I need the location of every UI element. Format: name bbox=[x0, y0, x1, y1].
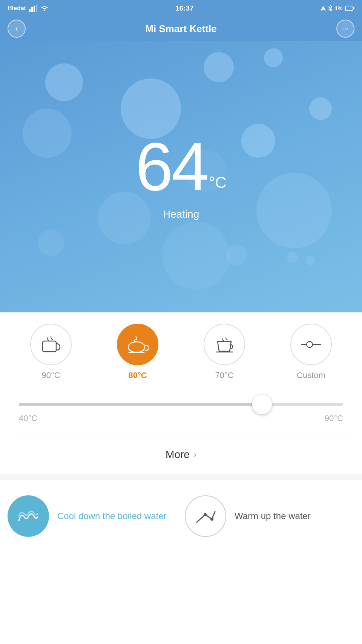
preset-70c-label: 70°C bbox=[215, 370, 233, 380]
app-header: ‹ Mi Smart Kettle ··· bbox=[0, 17, 362, 41]
quick-actions: Cool down the boiled water Warm up the w… bbox=[0, 480, 362, 552]
cool-down-icon bbox=[8, 495, 49, 537]
back-button[interactable]: ‹ bbox=[8, 20, 26, 38]
wifi-icon bbox=[40, 5, 49, 11]
more-options-button[interactable]: ··· bbox=[336, 20, 354, 38]
temperature-unit: °C bbox=[209, 174, 227, 191]
svg-rect-0 bbox=[29, 9, 31, 12]
bubble-decoration bbox=[241, 124, 275, 158]
bubble-decoration bbox=[226, 244, 247, 265]
svg-point-4 bbox=[44, 10, 45, 11]
preset-custom[interactable]: Custom bbox=[268, 324, 354, 380]
cool-down-label: Cool down the boiled water bbox=[57, 510, 167, 523]
cup-small-icon bbox=[215, 336, 233, 353]
chevron-right-icon: › bbox=[193, 449, 196, 460]
svg-point-17 bbox=[210, 518, 213, 521]
slider-labels: 40°C 90°C bbox=[19, 413, 343, 423]
carrier-label: Hledat bbox=[8, 5, 26, 12]
presets-row: 90°C 80°C bbox=[0, 312, 362, 388]
ellipsis-icon: ··· bbox=[342, 24, 349, 34]
slider-min-label: 40°C bbox=[19, 413, 37, 423]
wave-icon bbox=[18, 509, 38, 524]
bubble-decoration bbox=[256, 173, 332, 248]
bubble-decoration bbox=[264, 48, 283, 67]
back-icon: ‹ bbox=[15, 24, 18, 34]
main-content: 90°C 80°C bbox=[0, 312, 362, 552]
preset-80c-icon[interactable] bbox=[117, 324, 158, 365]
battery-label: 1% bbox=[335, 5, 342, 11]
temperature-value: 64 bbox=[135, 129, 207, 204]
preset-custom-icon[interactable] bbox=[290, 324, 332, 365]
warm-up-icon bbox=[185, 495, 226, 537]
slider-max-label: 90°C bbox=[325, 413, 343, 423]
mug-large-icon bbox=[41, 336, 61, 353]
more-button[interactable]: More › bbox=[0, 435, 362, 474]
svg-rect-1 bbox=[31, 7, 33, 12]
dial-icon bbox=[301, 339, 321, 350]
line-up-icon bbox=[195, 509, 216, 524]
svg-point-16 bbox=[204, 513, 207, 516]
slider-fill bbox=[19, 403, 262, 406]
svg-point-14 bbox=[307, 341, 313, 347]
temperature-display: 64°C Heating bbox=[135, 133, 226, 220]
slider-thumb[interactable] bbox=[252, 395, 272, 414]
location-icon bbox=[321, 6, 326, 11]
status-bar: Hledat 16:37 1% bbox=[0, 0, 362, 17]
preset-custom-label: Custom bbox=[297, 370, 325, 380]
bluetooth-icon bbox=[328, 5, 333, 11]
bubble-decoration bbox=[23, 109, 72, 158]
preset-80c[interactable]: 80°C bbox=[94, 324, 181, 380]
bubble-decoration bbox=[305, 256, 315, 265]
heating-status: Heating bbox=[135, 208, 226, 220]
status-left: Hledat bbox=[8, 5, 49, 12]
svg-rect-3 bbox=[36, 5, 37, 12]
preset-90c-icon[interactable] bbox=[30, 324, 72, 365]
hero-section: 64°C Heating bbox=[0, 41, 362, 312]
warm-up-card[interactable]: Warm up the water bbox=[185, 495, 354, 537]
svg-rect-7 bbox=[345, 7, 346, 10]
status-right: 1% bbox=[321, 5, 354, 11]
page-title: Mi Smart Kettle bbox=[145, 23, 216, 35]
more-label: More bbox=[166, 449, 190, 461]
preset-90c-label: 90°C bbox=[41, 370, 60, 380]
bubble-decoration bbox=[287, 252, 298, 263]
section-divider-2 bbox=[0, 474, 362, 480]
battery-icon bbox=[345, 6, 354, 11]
bubble-decoration bbox=[38, 229, 64, 256]
bubble-decoration bbox=[204, 52, 234, 82]
bubble-decoration bbox=[309, 97, 332, 120]
svg-rect-8 bbox=[43, 341, 56, 352]
preset-70c[interactable]: 70°C bbox=[181, 324, 268, 380]
svg-rect-6 bbox=[353, 7, 354, 9]
svg-rect-2 bbox=[34, 6, 35, 12]
teapot-icon bbox=[127, 336, 149, 353]
signal-icon bbox=[29, 5, 37, 12]
warm-up-label: Warm up the water bbox=[235, 510, 311, 523]
preset-70c-icon[interactable] bbox=[204, 324, 245, 365]
slider-track[interactable] bbox=[19, 403, 343, 406]
bubble-decoration bbox=[162, 222, 230, 290]
preset-80c-label: 80°C bbox=[128, 370, 147, 380]
svg-point-10 bbox=[128, 342, 145, 352]
preset-90c[interactable]: 90°C bbox=[8, 324, 94, 380]
temperature-slider-area: 40°C 90°C bbox=[0, 388, 362, 435]
bubble-decoration bbox=[45, 63, 83, 101]
cool-down-card[interactable]: Cool down the boiled water bbox=[8, 495, 177, 537]
status-time: 16:37 bbox=[175, 4, 194, 12]
